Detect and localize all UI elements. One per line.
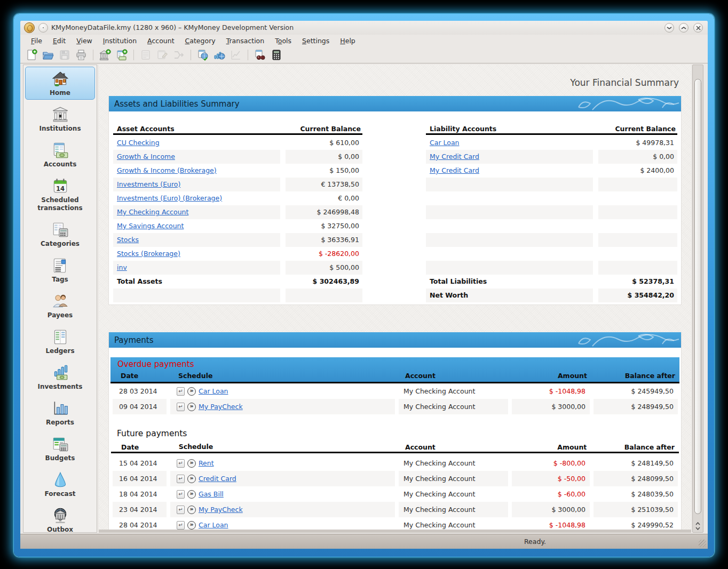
vertical-scrollbar[interactable] <box>692 65 703 533</box>
skip-schedule-icon[interactable]: » <box>187 475 196 483</box>
calendar-icon: 14 <box>51 177 69 195</box>
securities-icon[interactable] <box>212 48 226 62</box>
skip-schedule-icon[interactable]: » <box>187 403 196 411</box>
sidebar-item-investments[interactable]: Investments <box>25 360 95 394</box>
skip-schedule-icon[interactable]: » <box>187 459 196 468</box>
section-title: Payments <box>114 335 153 345</box>
account-link[interactable]: My Savings Account <box>117 222 184 230</box>
enter-schedule-icon[interactable]: ↵ <box>177 387 185 396</box>
close-button[interactable] <box>693 23 703 33</box>
menu-category[interactable]: Category <box>180 36 221 46</box>
enter-schedule-icon[interactable]: ↵ <box>177 506 185 514</box>
account-row: Stocks (Brokerage)$ -28620,00 <box>113 247 362 261</box>
menu-edit[interactable]: Edit <box>48 36 71 46</box>
account-link[interactable]: My Credit Card <box>430 153 479 161</box>
resize-grip[interactable] <box>699 540 706 547</box>
scroll-down-icon[interactable] <box>695 527 700 530</box>
maximize-button[interactable] <box>679 23 689 33</box>
payment-amount: $ -60,00 <box>512 486 590 502</box>
skip-schedule-icon[interactable]: » <box>187 490 196 499</box>
menu-help[interactable]: Help <box>335 36 361 46</box>
menu-tools[interactable]: Tools <box>270 36 297 46</box>
schedule-link[interactable]: My PayCheck <box>199 502 243 517</box>
account-row: My Checking Account$ 246998,48 <box>113 205 362 219</box>
skip-schedule-icon[interactable]: » <box>187 387 196 396</box>
account-link[interactable]: Growth & Income (Brokerage) <box>117 166 217 174</box>
titlebar-menu-button[interactable] <box>38 23 48 33</box>
menu-file[interactable]: File <box>26 36 48 46</box>
enter-schedule-icon[interactable]: ↵ <box>177 475 185 483</box>
account-link[interactable]: Stocks (Brokerage) <box>117 250 180 258</box>
titlebar[interactable]: KMyMoneyDataFile.kmy (1280 x 960) – KMyM… <box>20 21 708 35</box>
new-institution-icon[interactable] <box>98 48 112 62</box>
horizontal-scroll-track[interactable] <box>99 530 691 533</box>
sidebar-item-payees[interactable]: Payees <box>25 289 95 322</box>
sidebar-item-forecast[interactable]: Forecast <box>25 468 95 501</box>
new-file-icon[interactable] <box>25 48 38 62</box>
scroll-up-icon[interactable] <box>695 522 700 525</box>
enter-schedule-icon[interactable]: ↵ <box>177 521 185 530</box>
home-icon <box>51 70 69 88</box>
schedule-link[interactable]: Credit Card <box>199 471 236 486</box>
payment-row: 23 04 2014↵»My PayCheckMy Checking Accou… <box>109 502 681 517</box>
sidebar-item-scheduled-transactions[interactable]: 14 Scheduled transactions <box>25 174 95 215</box>
account-row <box>426 261 677 275</box>
payment-balance-after: $ 248099,50 <box>594 471 678 486</box>
scrollbar-thumb[interactable] <box>694 79 701 514</box>
sidebar-item-reports[interactable]: Reports <box>25 396 95 429</box>
menu-transaction[interactable]: Transaction <box>221 36 270 46</box>
minimize-button[interactable] <box>664 23 674 33</box>
schedule-link[interactable]: Gas Bill <box>199 486 224 502</box>
ledger-icon[interactable] <box>139 48 153 62</box>
sidebar-item-budgets[interactable]: Budgets <box>25 432 95 465</box>
print-icon[interactable] <box>74 48 88 62</box>
account-link[interactable]: Growth & Income <box>117 153 175 161</box>
account-link[interactable]: inv <box>117 263 127 271</box>
open-file-icon[interactable] <box>41 48 55 62</box>
account-row: Growth & Income$ 0,00 <box>113 150 362 164</box>
menu-settings[interactable]: Settings <box>297 36 335 46</box>
payment-date: 28 03 2014 <box>113 383 167 399</box>
payment-date: 16 04 2014 <box>113 471 167 486</box>
enter-schedule-icon[interactable]: ↵ <box>177 403 185 411</box>
sidebar-item-home[interactable]: Home <box>25 67 95 100</box>
schedule-link[interactable]: My PayCheck <box>199 399 243 414</box>
sidebar-item-categories[interactable]: Categories <box>25 218 95 251</box>
sidebar-item-accounts[interactable]: Accounts <box>25 138 95 171</box>
schedule-link[interactable]: Car Loan <box>199 383 228 399</box>
asset-rows: CU Checking$ 610,00Growth & Income$ 0,00… <box>113 136 362 275</box>
payment-account: My Checking Account <box>399 471 508 486</box>
calculator-icon[interactable] <box>270 48 283 62</box>
sidebar-item-institutions[interactable]: Institutions <box>25 102 95 135</box>
chart-icon[interactable] <box>229 48 243 62</box>
new-account-icon[interactable] <box>115 48 129 62</box>
account-link[interactable]: Car Loan <box>430 139 459 147</box>
save-file-icon[interactable] <box>58 48 72 62</box>
account-row <box>426 233 677 247</box>
enter-schedule-icon[interactable]: ↵ <box>177 490 185 499</box>
enter-schedule-icon[interactable]: ↵ <box>177 459 185 468</box>
menu-account[interactable]: Account <box>142 36 179 46</box>
toolbar <box>20 47 708 63</box>
find-transaction-icon[interactable] <box>253 48 267 62</box>
menu-view[interactable]: View <box>71 36 98 46</box>
account-link[interactable]: Investments (Euro) (Brokerage) <box>117 194 222 202</box>
menu-institution[interactable]: Institution <box>98 36 142 46</box>
account-link[interactable]: My Checking Account <box>117 208 188 216</box>
account-link[interactable]: Investments (Euro) <box>117 180 180 188</box>
account-link[interactable]: CU Checking <box>117 139 160 147</box>
toolbar-separator <box>191 50 191 60</box>
sidebar-item-tags[interactable]: Tags <box>25 253 95 286</box>
payment-date: 15 04 2014 <box>113 455 167 471</box>
update-prices-icon[interactable] <box>196 48 210 62</box>
account-link[interactable]: Stocks <box>117 236 139 244</box>
outbox-icon <box>51 507 69 525</box>
sidebar-item-ledgers[interactable]: Ledgers <box>25 325 95 358</box>
schedule-link[interactable]: Rent <box>199 455 214 471</box>
edit-schedule-icon[interactable] <box>155 48 169 62</box>
skip-schedule-icon[interactable]: » <box>187 506 196 514</box>
skip-schedule-icon[interactable]: » <box>187 521 196 530</box>
account-link[interactable]: My Credit Card <box>430 166 479 174</box>
match-transaction-icon[interactable] <box>172 48 186 62</box>
sidebar-item-outbox[interactable]: Outbox <box>25 503 95 533</box>
